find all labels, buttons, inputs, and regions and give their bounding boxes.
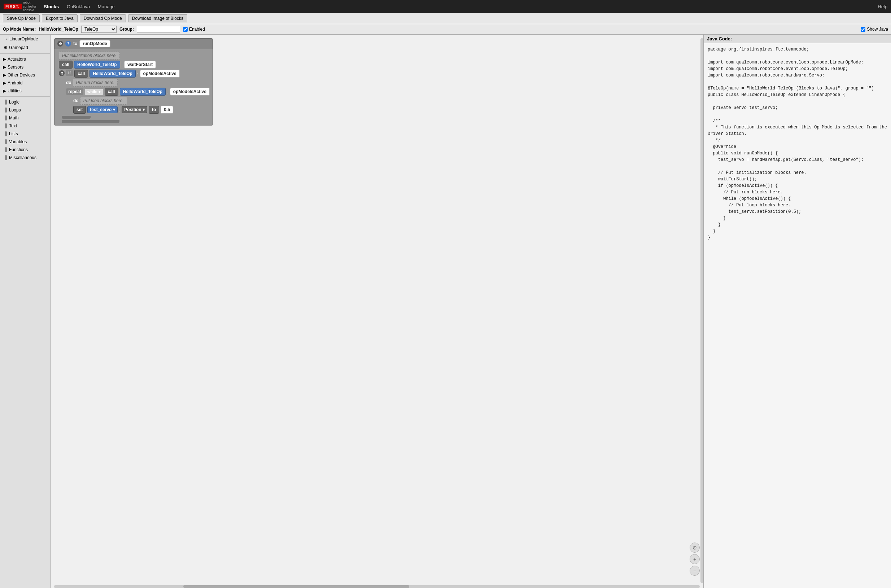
opmode-type-select[interactable]: TeleOp Autonomous xyxy=(81,26,117,33)
opmode-bar: Op Mode Name: HelloWorld_TeleOp TeleOp A… xyxy=(0,24,891,34)
hello-world-2: HelloWorld_TeleOp xyxy=(90,70,136,78)
sidebar-subitem-miscellaneous[interactable]: Miscellaneous xyxy=(0,154,50,162)
utilities-label: Utilities xyxy=(8,88,22,93)
blocks-canvas: ⚙ ? to runOpMode Put initialization bloc… xyxy=(51,34,703,588)
gamepad-icon: ⚙ xyxy=(4,45,8,50)
sidebar-item-linearopmode[interactable]: → LinearOpMode xyxy=(0,34,50,43)
opmode-name-value: HelloWorld_TeleOp xyxy=(39,27,78,32)
sidebar-subitem-variables[interactable]: Variables xyxy=(0,138,50,146)
position-select[interactable]: Position ▾ xyxy=(122,106,147,113)
download-opmode-button[interactable]: Download Op Mode xyxy=(80,14,126,22)
group-label: Group: xyxy=(119,27,134,32)
nav-onbotjava[interactable]: OnBotJava xyxy=(67,4,90,9)
sidebar-item-gamepad[interactable]: ⚙ Gamepad xyxy=(0,43,50,52)
sidebar-item-android[interactable]: ▶ Android xyxy=(0,79,50,87)
call-label-2: call xyxy=(74,70,88,78)
top-navigation-bar: FIRST. robot controller console Blocks O… xyxy=(0,0,891,13)
sidebar-subitem-logic[interactable]: Logic xyxy=(0,98,50,106)
run-opmode-header: ⚙ ? to runOpMode xyxy=(54,38,213,49)
export-to-java-button[interactable]: Export to Java xyxy=(42,14,78,22)
sidebar-divider-1 xyxy=(0,53,50,54)
java-code-panel: Java Code: package org.firstinspires.ftc… xyxy=(703,34,891,588)
text-label: Text xyxy=(9,123,17,128)
call-label-3: call xyxy=(105,88,119,96)
run-opmode-block[interactable]: ⚙ ? to runOpMode Put initialization bloc… xyxy=(54,38,213,126)
sensors-arrow-icon: ▶ xyxy=(3,64,6,70)
save-opmode-button[interactable]: Save Op Mode xyxy=(3,14,40,22)
to-keyword: to xyxy=(149,106,159,114)
zoom-out-button[interactable]: − xyxy=(690,566,700,576)
sidebar: → LinearOpMode ⚙ Gamepad ▶ Actuators ▶ S… xyxy=(0,34,51,588)
opmode-name-label: Op Mode Name: xyxy=(3,27,36,32)
sidebar-item-sensors[interactable]: ▶ Sensors xyxy=(0,63,50,71)
call-wait-for-start-row[interactable]: call HelloWorld_TeleOp . waitForStart xyxy=(59,61,210,69)
math-label: Math xyxy=(9,116,19,120)
main-area: → LinearOpMode ⚙ Gamepad ▶ Actuators ▶ S… xyxy=(0,34,891,588)
show-java-checkbox[interactable] xyxy=(861,27,865,32)
canvas-horizontal-scrollbar[interactable] xyxy=(54,585,700,588)
miscellaneous-label: Miscellaneous xyxy=(9,155,36,160)
sidebar-divider-2 xyxy=(0,96,50,97)
nav-blocks[interactable]: Blocks xyxy=(44,4,59,9)
sidebar-subitem-text[interactable]: Text xyxy=(0,122,50,130)
text-color-bar xyxy=(5,123,7,128)
show-java-area[interactable]: Show Java xyxy=(861,27,888,32)
canvas-vertical-scrollbar[interactable] xyxy=(700,38,703,583)
show-java-label: Show Java xyxy=(867,27,888,32)
to-label: to xyxy=(73,41,77,46)
position-value: 0.5 xyxy=(161,106,173,114)
variables-color-bar xyxy=(5,139,7,144)
java-panel-header: Java Code: xyxy=(704,34,891,43)
scroll-controls: ⊙ + − xyxy=(690,543,700,576)
sidebar-subitem-math[interactable]: Math xyxy=(0,114,50,122)
enabled-checkbox[interactable] xyxy=(183,27,188,32)
while-select[interactable]: while ▾ xyxy=(85,88,103,95)
enabled-checkbox-area[interactable]: Enabled xyxy=(183,27,205,32)
zoom-in-button[interactable]: + xyxy=(690,554,700,564)
do-row-1: do Put run blocks here. xyxy=(66,79,210,87)
repeat-while-row[interactable]: repeat while ▾ call HelloWorld_TeleOp . … xyxy=(66,88,210,96)
sidebar-subitem-lists[interactable]: Lists xyxy=(0,130,50,138)
do-label-2: do xyxy=(73,98,79,103)
set-servo-row[interactable]: set test_servo ▾ . Position ▾ to 0.5 xyxy=(73,106,210,114)
help-link[interactable]: Help xyxy=(877,4,887,9)
recenter-button[interactable]: ⊙ xyxy=(690,543,700,553)
if-block-row[interactable]: ⚙ if call HelloWorld_TeleOp . opModeIsAc… xyxy=(59,70,210,78)
set-label: set xyxy=(73,106,86,114)
first-logo: FIRST. xyxy=(4,4,22,9)
logic-color-bar xyxy=(5,100,7,105)
blocks-workspace: ⚙ ? to runOpMode Put initialization bloc… xyxy=(54,38,213,126)
download-image-button[interactable]: Download Image of Blocks xyxy=(128,14,187,22)
dot-2: . xyxy=(137,70,138,75)
brand-subtitle: robot controller console xyxy=(23,1,36,12)
dot-1: . xyxy=(122,62,123,68)
toolbar: Save Op Mode Export to Java Download Op … xyxy=(0,13,891,24)
servo-var-select[interactable]: test_servo ▾ xyxy=(87,106,117,113)
variables-label: Variables xyxy=(9,139,27,144)
sidebar-item-actuators[interactable]: ▶ Actuators xyxy=(0,55,50,63)
op-mode-is-active-1: opModeIsActive xyxy=(140,70,180,78)
hello-world-3: HelloWorld_TeleOp xyxy=(120,88,166,96)
run-opmode-body: Put initialization blocks here. call Hel… xyxy=(54,49,213,126)
call-label-1: call xyxy=(59,61,72,69)
group-input[interactable] xyxy=(137,26,180,33)
sidebar-item-utilities[interactable]: ▶ Utilities xyxy=(0,87,50,95)
hello-world-1: HelloWorld_TeleOp xyxy=(74,61,120,69)
canvas-scrollbar-thumb[interactable] xyxy=(183,585,409,588)
nav-manage[interactable]: Manage xyxy=(98,4,115,9)
java-code-content: package org.firstinspires.ftc.teamcode; … xyxy=(704,43,891,588)
run-placeholder: Put run blocks here. xyxy=(73,79,118,87)
gear-icon[interactable]: ⚙ xyxy=(57,41,63,46)
repeat-keyword: repeat xyxy=(66,88,83,95)
question-icon[interactable]: ? xyxy=(65,41,71,46)
sidebar-subitem-functions[interactable]: Functions xyxy=(0,146,50,154)
if-gear-icon[interactable]: ⚙ xyxy=(59,70,65,76)
miscellaneous-color-bar xyxy=(5,155,7,160)
op-mode-is-active-2: opModeIsActive xyxy=(170,88,210,96)
sidebar-item-other-devices[interactable]: ▶ Other Devices xyxy=(0,71,50,79)
dot-4: . xyxy=(119,107,120,112)
brand-logo: FIRST. robot controller console xyxy=(4,1,36,12)
other-devices-label: Other Devices xyxy=(8,72,35,78)
utilities-arrow-icon: ▶ xyxy=(3,88,6,93)
sidebar-subitem-loops[interactable]: Loops xyxy=(0,106,50,114)
